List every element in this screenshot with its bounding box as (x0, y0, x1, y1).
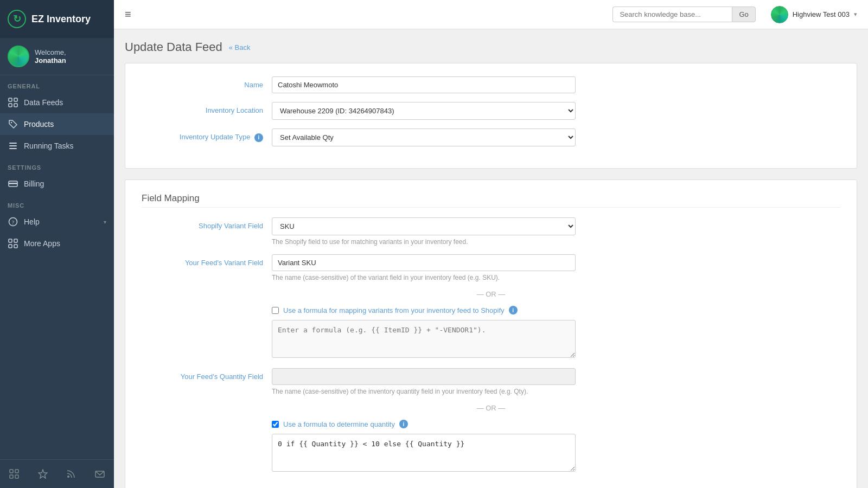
sidebar-item-billing[interactable]: Billing (0, 173, 114, 195)
svg-rect-18 (10, 475, 13, 478)
inventory-update-type-select[interactable]: Set Available Qty (272, 129, 576, 146)
formula-checkbox-row-inner: Use a formula for mapping variants from … (272, 306, 576, 314)
grid-small-icon (8, 238, 18, 249)
section-label-settings: SETTINGS (0, 157, 114, 173)
shopify-variant-field-label: Shopify Variant Field (142, 217, 272, 230)
formula-textarea[interactable] (272, 320, 576, 358)
sidebar-item-products[interactable]: Products (0, 113, 114, 135)
help-icon: ? (8, 216, 18, 227)
logo-icon: ↻ (8, 10, 26, 28)
svg-rect-16 (10, 470, 13, 473)
inventory-location-select[interactable]: Warehouse 2209 (ID: 34264907843) (272, 102, 576, 120)
formula-checkbox-label[interactable]: Use a formula for mapping variants from … (283, 306, 505, 314)
svg-rect-19 (15, 475, 18, 478)
svg-rect-5 (9, 143, 17, 144)
shopify-variant-field-wrapper: SKU The Shopify field to use for matchin… (272, 217, 576, 246)
search-input[interactable] (612, 7, 732, 22)
name-input[interactable] (272, 76, 576, 93)
content-area: Update Data Feed « Back Name Inventory L… (114, 29, 868, 488)
svg-rect-17 (15, 470, 18, 473)
bottom-grid-icon[interactable] (4, 464, 24, 484)
bottom-star-icon[interactable] (33, 464, 53, 484)
sidebar-item-label-running-tasks: Running Tasks (24, 142, 106, 150)
sidebar: ↻ EZ Inventory Welcome, Jonathan GENERAL… (0, 0, 114, 488)
qty-formula-checkbox-row: Use a formula to determine quantity i (272, 420, 576, 428)
inventory-location-row: Inventory Location Warehouse 2209 (ID: 3… (142, 102, 840, 120)
formula-info-icon[interactable]: i (509, 306, 518, 314)
name-field-wrapper (272, 76, 576, 93)
sidebar-item-label-help: Help (24, 217, 98, 226)
formula-checkbox-wrapper: Use a formula for mapping variants from … (272, 306, 576, 359)
svg-rect-13 (14, 239, 17, 242)
tag-icon (8, 119, 18, 130)
feed-quantity-field-wrapper: The name (case-sensitive) of the invento… (272, 368, 576, 395)
sidebar-item-more-apps[interactable]: More Apps (0, 233, 114, 254)
svg-rect-2 (9, 104, 12, 107)
logo-title: EZ Inventory (31, 14, 91, 25)
sidebar-item-label-billing: Billing (24, 179, 106, 188)
topbar: ≡ Go Highview Test 003 ▾ (114, 0, 868, 29)
main-form-card: Name Inventory Location Warehouse 2209 (… (125, 63, 857, 169)
field-mapping-title: Field Mapping (142, 193, 840, 208)
name-label: Name (142, 76, 272, 89)
svg-marker-20 (39, 470, 47, 478)
bottom-mail-icon[interactable] (90, 464, 110, 484)
svg-point-4 (11, 122, 12, 123)
feed-variant-field-label: Your Feed's Variant Field (142, 254, 272, 267)
qty-formula-checkbox[interactable] (272, 421, 279, 428)
svg-point-21 (67, 476, 69, 478)
feed-quantity-field-input[interactable] (272, 368, 576, 385)
formula-checkbox-spacer (142, 306, 272, 310)
back-link[interactable]: « Back (229, 43, 251, 52)
sidebar-item-data-feeds[interactable]: Data Feeds (0, 92, 114, 113)
feed-variant-field-row: Your Feed's Variant Field The name (case… (142, 254, 840, 281)
formula-checkbox-row: Use a formula for mapping variants from … (142, 306, 840, 359)
field-mapping-card: Field Mapping Shopify Variant Field SKU … (125, 179, 857, 488)
svg-rect-3 (14, 104, 17, 107)
sidebar-bottom-bar (0, 459, 114, 488)
formula-checkbox[interactable] (272, 307, 279, 314)
list-icon (8, 140, 18, 151)
search-go-button[interactable]: Go (732, 7, 755, 22)
card-icon (8, 178, 18, 189)
svg-rect-9 (9, 183, 17, 184)
shopify-variant-field-select[interactable]: SKU (272, 217, 576, 235)
feed-variant-field-wrapper: The name (case-sensitive) of the variant… (272, 254, 576, 281)
hamburger-icon[interactable]: ≡ (125, 8, 131, 21)
bottom-rss-icon[interactable] (61, 464, 81, 484)
or-divider-1: — OR — (142, 290, 840, 298)
user-info: Welcome, Jonathan (35, 48, 66, 65)
feed-quantity-hint: The name (case-sensitive) of the invento… (272, 388, 576, 395)
welcome-text: Welcome, (35, 48, 66, 56)
inventory-update-type-info-icon[interactable]: i (254, 133, 263, 142)
qty-formula-checkbox-label[interactable]: Use a formula to determine quantity (283, 420, 395, 428)
user-name: Jonathan (35, 56, 66, 65)
shopify-variant-field-row: Shopify Variant Field SKU The Shopify fi… (142, 217, 840, 246)
inventory-update-type-field-wrapper: Set Available Qty (272, 129, 576, 146)
shopify-variant-hint: The Shopify field to use for matching va… (272, 238, 576, 246)
feed-variant-field-input[interactable] (272, 254, 576, 271)
sidebar-logo: ↻ EZ Inventory (0, 0, 114, 38)
svg-rect-7 (9, 148, 17, 149)
inventory-location-label: Inventory Location (142, 102, 272, 114)
name-row: Name (142, 76, 840, 93)
section-label-general: GENERAL (0, 75, 114, 92)
inventory-update-type-label: Inventory Update Type i (142, 129, 272, 142)
page-title: Update Data Feed (125, 40, 222, 54)
qty-formula-textarea[interactable]: 0 if {{ Quantity }} < 10 else {{ Quantit… (272, 434, 576, 472)
section-label-misc: MISC (0, 195, 114, 211)
page-header: Update Data Feed « Back (125, 40, 857, 54)
sidebar-item-running-tasks[interactable]: Running Tasks (0, 135, 114, 157)
qty-formula-info-icon[interactable]: i (399, 420, 408, 428)
avatar (8, 46, 29, 67)
sidebar-user: Welcome, Jonathan (0, 38, 114, 75)
sidebar-item-help[interactable]: ? Help ▾ (0, 211, 114, 233)
topbar-avatar (771, 6, 788, 23)
qty-formula-spacer (142, 420, 272, 424)
svg-rect-14 (9, 245, 12, 248)
sidebar-item-label-products: Products (24, 120, 106, 129)
topbar-user-menu[interactable]: Highview Test 003 ▾ (771, 6, 857, 23)
sidebar-item-label-data-feeds: Data Feeds (24, 98, 106, 107)
chevron-down-icon: ▾ (104, 219, 106, 225)
qty-formula-row: Use a formula to determine quantity i 0 … (142, 420, 840, 473)
